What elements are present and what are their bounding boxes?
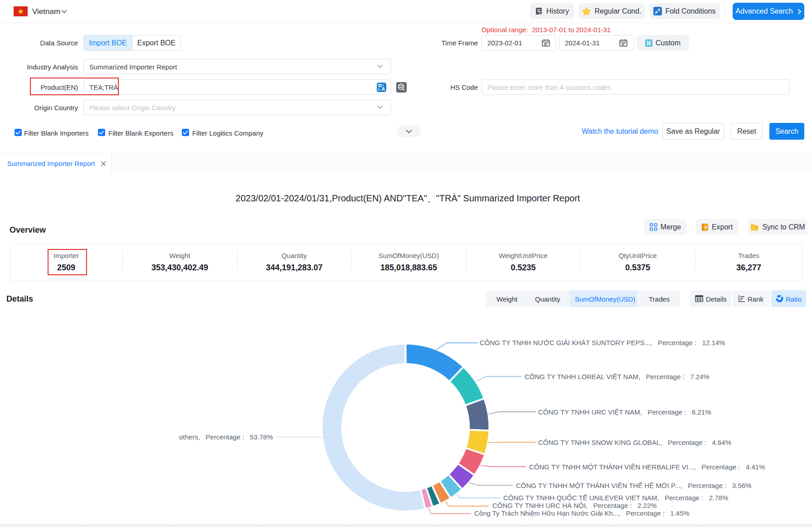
svg-text:A: A bbox=[382, 86, 385, 92]
